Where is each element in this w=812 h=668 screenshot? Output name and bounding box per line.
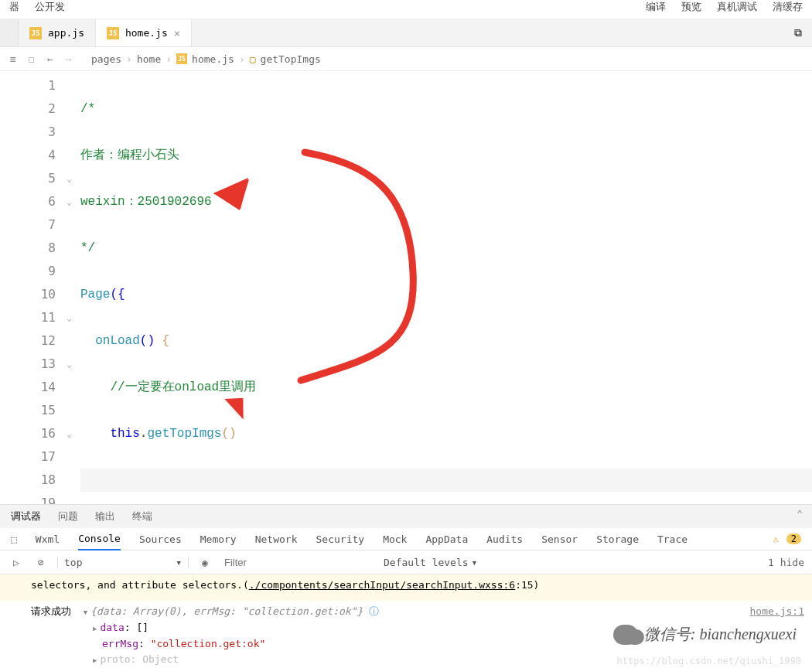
wechat-icon — [613, 625, 638, 645]
console-warn-row: selectors, and attribute selectors.(./co… — [0, 574, 812, 601]
tab-wxml[interactable]: Wxml — [36, 533, 60, 545]
breadcrumb: ≡ ☐ ← → pages › home › JS home.js › ▢ ge… — [0, 47, 812, 71]
sidebar-gutter — [0, 19, 19, 46]
crumb-item[interactable]: home.js — [192, 53, 234, 65]
tab-problems[interactable]: 问题 — [58, 510, 78, 523]
method-icon: ▢ — [250, 53, 256, 65]
tab-debugger[interactable]: 调试器 — [11, 510, 41, 523]
line-numbers: 12345678910111213141516171819 — [0, 71, 67, 504]
js-icon: JS — [107, 27, 119, 39]
context-select[interactable]: top▾ — [57, 557, 189, 568]
menu-item[interactable]: 清缓存 — [773, 0, 803, 14]
code-editor[interactable]: 12345678910111213141516171819 /* 作者：编程小石… — [0, 71, 812, 504]
js-icon: JS — [176, 53, 187, 64]
clear-icon[interactable]: ⊘ — [32, 554, 49, 571]
warning-count[interactable]: 2 — [786, 533, 801, 544]
tab-audits[interactable]: Audits — [486, 533, 523, 545]
expand-icon[interactable] — [84, 605, 90, 617]
warning-icon: ⚠ — [773, 533, 779, 544]
tab-output[interactable]: 输出 — [95, 510, 115, 523]
split-editor-icon[interactable]: ⧉ — [784, 19, 812, 46]
tab-mock[interactable]: Mock — [383, 533, 407, 545]
tab-security[interactable]: Security — [316, 533, 365, 545]
crumb-item[interactable]: getTopImgs — [261, 53, 321, 65]
levels-select[interactable]: Default levels▾ — [384, 557, 477, 568]
menu-item[interactable]: 真机调试 — [717, 0, 757, 14]
menu-item[interactable]: 编译 — [646, 0, 666, 14]
close-icon[interactable]: × — [174, 27, 180, 39]
filter-input[interactable] — [221, 555, 376, 570]
chevron-right-icon: › — [239, 53, 245, 65]
crumb-item[interactable]: pages — [91, 53, 121, 65]
menu-item[interactable]: 公开发 — [35, 0, 65, 14]
tab-terminal[interactable]: 终端 — [132, 510, 152, 523]
tab-storage[interactable]: Storage — [596, 533, 639, 545]
fold-gutter[interactable] — [67, 71, 80, 504]
tab-label: home.js — [125, 27, 168, 39]
expand-icon[interactable] — [93, 653, 100, 665]
chevron-right-icon: › — [126, 53, 132, 65]
js-icon: JS — [29, 27, 42, 39]
list-icon[interactable]: ≡ — [6, 52, 20, 66]
crumb-item[interactable]: home — [137, 53, 161, 65]
tab-appdata[interactable]: AppData — [425, 533, 468, 545]
tab-label: app.js — [48, 27, 84, 39]
watermark: 微信号: bianchengxuexi — [613, 624, 797, 645]
bookmark-icon[interactable]: ☐ — [25, 52, 39, 66]
tab-sensor[interactable]: Sensor — [541, 533, 578, 545]
console-toolbar: ▷ ⊘ top▾ ◉ Default levels▾ 1 hide — [0, 550, 812, 574]
menu-item[interactable]: 预览 — [681, 0, 701, 14]
source-link[interactable]: home.js:1 — [750, 604, 804, 620]
chevron-up-icon[interactable]: ⌃ — [797, 508, 803, 520]
code-content[interactable]: /* 作者：编程小石头 weixin：2501902696 */ Page({ … — [80, 71, 812, 504]
forward-icon[interactable]: → — [62, 52, 76, 66]
debug-tabs: 调试器 问题 输出 终端 ⌃ — [0, 504, 812, 528]
tab-memory[interactable]: Memory — [200, 533, 237, 545]
tab-console[interactable]: Console — [78, 533, 121, 550]
chevron-right-icon: › — [165, 53, 172, 65]
menu-item[interactable]: 器 — [9, 0, 19, 14]
tab-network[interactable]: Network — [255, 533, 298, 545]
tab-trace[interactable]: Trace — [657, 533, 687, 545]
chevron-down-icon: ▾ — [176, 557, 182, 568]
hidden-count[interactable]: 1 hide — [768, 557, 804, 568]
eye-icon[interactable]: ◉ — [196, 554, 213, 571]
chevron-down-icon: ▾ — [472, 557, 478, 568]
url-watermark: https://blog.csdn.net/qiushi_1990 — [617, 656, 801, 666]
devtools-tabs: ⬚ Wxml Console Sources Memory Network Se… — [0, 528, 812, 550]
editor-tabs: JS app.js JS home.js × ⧉ — [0, 19, 812, 47]
tab-app-js[interactable]: JS app.js — [19, 19, 96, 46]
top-menu: 器 公开发 编译 预览 真机调试 清缓存 — [0, 0, 812, 19]
expand-icon[interactable] — [93, 622, 100, 633]
back-icon[interactable]: ← — [43, 52, 57, 66]
tab-sources[interactable]: Sources — [139, 533, 182, 545]
inspect-icon[interactable]: ⬚ — [11, 533, 17, 545]
play-icon[interactable]: ▷ — [8, 554, 25, 571]
tab-home-js[interactable]: JS home.js × — [96, 19, 192, 46]
